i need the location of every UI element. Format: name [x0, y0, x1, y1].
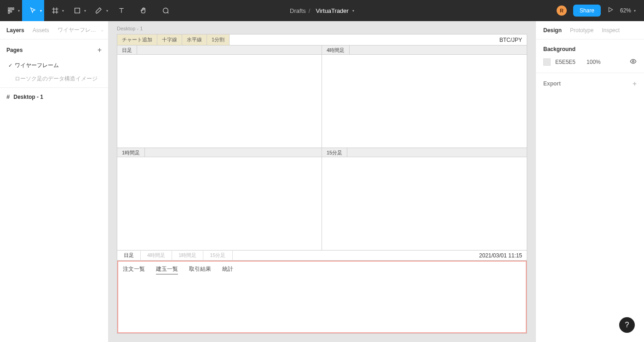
right-panel-tabs: Design Prototype Inspect — [536, 21, 644, 40]
page-dropdown-label: ワイヤーフレー… — [58, 26, 99, 34]
timeframe-tab[interactable]: 4時間足 — [141, 250, 172, 261]
svg-rect-1 — [8, 11, 10, 13]
color-swatch[interactable] — [543, 58, 551, 66]
positions-tab[interactable]: 建玉一覧 — [156, 265, 178, 274]
toolbar-spacer — [230, 34, 495, 45]
chart-cell[interactable]: 15分足 — [322, 148, 527, 251]
chart-cell[interactable]: 日足 — [117, 46, 322, 148]
opacity-value[interactable]: 100% — [586, 59, 601, 65]
add-page-button[interactable]: + — [98, 46, 102, 54]
tab-layers[interactable]: Layers — [6, 27, 24, 34]
project-name: VirtuaTrader — [316, 7, 349, 14]
currency-pair-label: BTC/JPY — [495, 34, 527, 45]
frame-title[interactable]: Desktop - 1 — [117, 26, 143, 31]
tab-assets[interactable]: Assets — [33, 27, 49, 34]
page-dropdown[interactable]: ワイヤーフレー… ⌵ — [58, 26, 104, 34]
horizontal-line-button[interactable]: 水平線 — [182, 34, 207, 45]
page-item-label: ローソク足のデータ構造イメージ — [15, 75, 98, 83]
folder-name: Drafts — [290, 7, 306, 14]
chevron-down-icon: ▾ — [352, 9, 354, 13]
right-panel: Design Prototype Inspect Background E5E5… — [535, 21, 644, 342]
left-panel-tabs: Layers Assets ワイヤーフレー… ⌵ — [0, 21, 108, 40]
tab-design[interactable]: Design — [543, 27, 562, 34]
timeframe-tag: 4時間足 — [322, 46, 350, 54]
add-export-button[interactable]: + — [632, 80, 637, 87]
wireframe-frame[interactable]: チャート追加 十字線 水平線 1分割 BTC/JPY 日足 4時間足 1時間足 … — [117, 34, 527, 334]
add-chart-button[interactable]: チャート追加 — [117, 34, 157, 45]
background-section: Background E5E5E5 100% — [536, 40, 644, 73]
crosshair-button[interactable]: 十字線 — [157, 34, 182, 45]
results-tab[interactable]: 取引結果 — [189, 265, 211, 274]
topbar-right-cluster: R Share 62% ▾ — [557, 5, 644, 17]
svg-rect-0 — [8, 8, 10, 10]
breadcrumb-separator: / — [309, 7, 310, 14]
split-1-button[interactable]: 1分割 — [207, 34, 230, 45]
orders-panel-tabs: 注文一覧 建玉一覧 取引結果 統計 — [118, 262, 526, 278]
pages-header-label: Pages — [6, 47, 23, 53]
chart-cell[interactable]: 1時間足 — [117, 148, 322, 251]
divider — [0, 87, 108, 88]
visibility-toggle[interactable] — [630, 58, 637, 66]
chart-toolbar: チャート追加 十字線 水平線 1分割 BTC/JPY — [117, 34, 527, 46]
tab-prototype[interactable]: Prototype — [570, 27, 593, 34]
text-tool-button[interactable] — [110, 0, 132, 21]
stats-tab[interactable]: 統計 — [222, 265, 233, 274]
chart-body[interactable] — [117, 157, 322, 250]
orders-tab[interactable]: 注文一覧 — [123, 265, 145, 274]
timeframe-tab[interactable]: 日足 — [117, 250, 141, 261]
comment-tool-button[interactable] — [155, 0, 177, 21]
export-section: Export + — [536, 73, 644, 94]
canvas-area[interactable]: Desktop - 1 チャート追加 十字線 水平線 1分割 BTC/JPY 日… — [109, 21, 535, 342]
timeframe-tab[interactable]: 1時間足 — [172, 250, 203, 261]
chart-body[interactable] — [117, 55, 322, 148]
pages-header: Pages + — [0, 40, 108, 59]
share-button[interactable]: Share — [573, 5, 601, 17]
timeframe-tab[interactable]: 15分足 — [203, 250, 232, 261]
datetime-label: 2021/03/01 11:15 — [475, 252, 527, 259]
chart-grid: 日足 4時間足 1時間足 15分足 — [117, 46, 527, 251]
tab-inspect[interactable]: Inspect — [602, 27, 620, 34]
page-item[interactable]: ✓ ワイヤーフレーム — [0, 59, 108, 72]
avatar[interactable]: R — [557, 6, 567, 16]
orders-panel-selected[interactable]: 注文一覧 建玉一覧 取引結果 統計 — [117, 261, 527, 333]
timeframe-tag: 1時間足 — [117, 148, 145, 157]
svg-point-5 — [632, 61, 634, 63]
timeframe-tag: 15分足 — [322, 148, 347, 157]
layer-row-frame[interactable]: # Desktop - 1 — [0, 90, 108, 104]
move-tool-button[interactable]: ▾ — [22, 0, 44, 21]
timeframe-tag: 日足 — [117, 46, 137, 54]
zoom-value: 62% — [620, 7, 631, 14]
color-hex-value[interactable]: E5E5E5 — [555, 59, 575, 65]
menu-button[interactable]: ▾ — [0, 0, 22, 21]
chart-cell[interactable]: 4時間足 — [322, 46, 527, 148]
timeframe-strip: 日足 4時間足 1時間足 15分足 2021/03/01 11:15 — [117, 251, 527, 261]
hand-tool-button[interactable] — [132, 0, 155, 21]
chevron-down-icon: ⌵ — [101, 28, 104, 32]
rectangle-tool-button[interactable]: ▾ — [66, 0, 88, 21]
zoom-dropdown[interactable]: 62% ▾ — [620, 7, 636, 14]
page-item[interactable]: ローソク足のデータ構造イメージ — [0, 72, 108, 86]
svg-rect-2 — [11, 8, 12, 12]
background-row[interactable]: E5E5E5 100% — [543, 58, 637, 66]
present-button[interactable] — [607, 6, 614, 15]
pen-tool-button[interactable]: ▾ — [88, 0, 110, 21]
chart-body[interactable] — [322, 157, 527, 250]
frame-icon: # — [6, 93, 10, 100]
frame-tool-button[interactable]: ▾ — [44, 0, 66, 21]
svg-rect-3 — [12, 8, 14, 10]
top-toolbar: ▾ ▾ ▾ ▾ ▾ Drafts / VirtuaTrader ▾ R Shar… — [0, 0, 644, 21]
left-panel: Layers Assets ワイヤーフレー… ⌵ Pages + ✓ ワイヤーフ… — [0, 21, 109, 342]
section-title: Export — [543, 80, 561, 87]
chevron-down-icon: ▾ — [634, 9, 636, 13]
section-title: Background — [543, 46, 637, 52]
svg-rect-4 — [75, 8, 80, 13]
breadcrumb[interactable]: Drafts / VirtuaTrader ▾ — [290, 7, 354, 14]
page-item-label: ワイヤーフレーム — [15, 62, 59, 69]
chart-body[interactable] — [322, 55, 527, 148]
layer-label: Desktop - 1 — [13, 94, 43, 100]
help-button[interactable]: ? — [619, 317, 635, 333]
check-icon: ✓ — [8, 63, 15, 68]
